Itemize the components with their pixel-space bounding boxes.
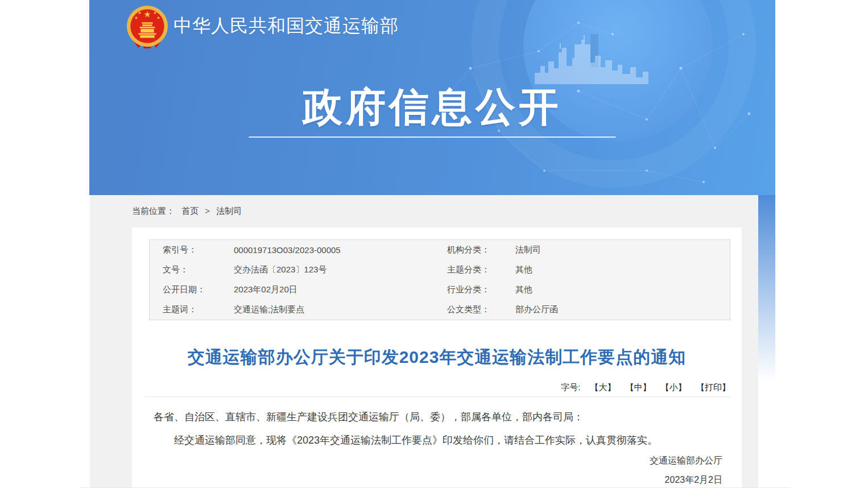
breadcrumb-separator: >: [205, 206, 210, 216]
national-emblem-icon: [125, 4, 170, 51]
header-fade-strip: [758, 195, 775, 434]
document-meta-table: 索引号： 000019713O03/2023-00005 机构分类： 法制司 文…: [149, 239, 730, 320]
font-medium-button[interactable]: 【中】: [626, 382, 651, 392]
font-large-button[interactable]: 【大】: [590, 382, 615, 392]
meta-label: 行业分类：: [447, 284, 515, 295]
page-title: 政府信息公开: [89, 83, 775, 131]
title-underline: [249, 137, 616, 138]
meta-row-doc-number: 文号： 交办法函〔2023〕123号 主题分类： 其他: [150, 260, 730, 280]
font-small-button[interactable]: 【小】: [661, 382, 687, 392]
meta-label: 公开日期：: [163, 284, 234, 295]
article-signature: 交通运输部办公厅: [650, 455, 722, 467]
article-paragraph-body: 经交通运输部同意，现将《2023年交通运输法制工作要点》印发给你们，请结合工作实…: [154, 433, 722, 448]
meta-label: 文号：: [163, 264, 234, 275]
meta-value: 其他: [515, 284, 730, 295]
meta-row-publish-date: 公开日期： 2023年02月20日 行业分类： 其他: [150, 280, 730, 300]
meta-row-index-number: 索引号： 000019713O03/2023-00005 机构分类： 法制司: [150, 240, 730, 260]
meta-value: 其他: [515, 264, 730, 275]
title-divider: [145, 396, 730, 397]
breadcrumb-label: 当前位置：: [132, 206, 175, 216]
meta-label: 索引号：: [163, 245, 234, 255]
meta-value: 交通运输;法制要点: [234, 304, 447, 315]
header-banner: 中华人民共和国交通运输部 政府信息公开: [89, 0, 775, 195]
meta-label: 主题分类：: [447, 264, 515, 275]
breadcrumb-home-link[interactable]: 首页: [181, 206, 199, 216]
meta-row-keywords: 主题词： 交通运输;法制要点 公文类型： 部办公厅函: [150, 300, 730, 320]
article-date: 2023年2月2日: [665, 474, 722, 486]
font-size-controls: 字号: 【大】 【中】 【小】 【打印】: [561, 382, 730, 393]
breadcrumb: 当前位置： 首页 > 法制司: [132, 206, 242, 217]
meta-value: 法制司: [515, 245, 730, 255]
font-size-label: 字号:: [561, 382, 580, 392]
print-button[interactable]: 【打印】: [696, 382, 730, 392]
meta-value: 000019713O03/2023-00005: [234, 245, 447, 255]
article-paragraph-recipients: 各省、自治区、直辖市、新疆生产建设兵团交通运输厅（局、委），部属各单位，部内各司…: [154, 410, 722, 424]
meta-label: 公文类型：: [447, 304, 515, 315]
article-panel: 索引号： 000019713O03/2023-00005 机构分类： 法制司 文…: [132, 228, 742, 488]
meta-label: 主题词：: [163, 304, 234, 315]
breadcrumb-section-link[interactable]: 法制司: [216, 206, 242, 216]
site-name: 中华人民共和国交通运输部: [173, 14, 399, 39]
article-title: 交通运输部办公厅关于印发2023年交通运输法制工作要点的通知: [132, 346, 742, 369]
meta-label: 机构分类：: [447, 245, 515, 255]
meta-value: 交办法函〔2023〕123号: [234, 264, 447, 275]
meta-value: 部办公厅函: [515, 304, 730, 315]
meta-value: 2023年02月20日: [234, 284, 447, 295]
